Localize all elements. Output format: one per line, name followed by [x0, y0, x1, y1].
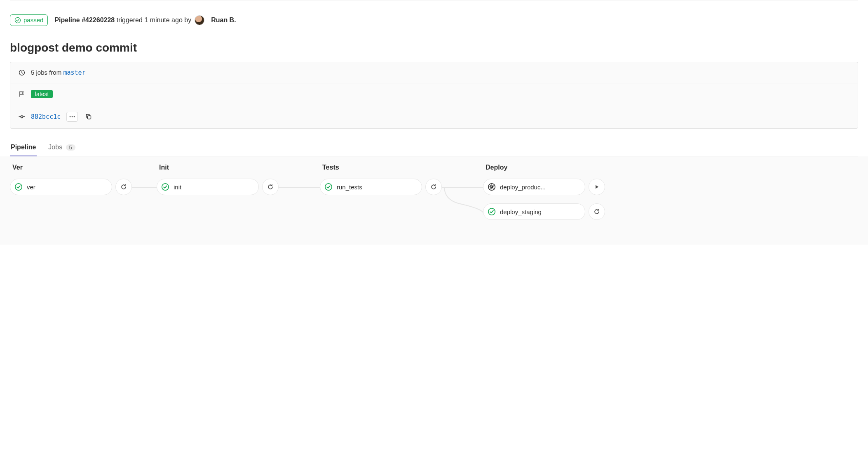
- svg-point-10: [162, 184, 169, 190]
- branch-curve-icon: [442, 187, 483, 216]
- check-circle-icon: [14, 17, 21, 24]
- svg-line-20: [490, 188, 490, 189]
- latest-tag: latest: [31, 90, 53, 98]
- clock-icon: [19, 69, 25, 76]
- svg-point-0: [15, 17, 20, 23]
- success-icon: [161, 183, 169, 191]
- job-name: init: [174, 184, 255, 191]
- success-icon: [324, 183, 333, 191]
- job-run-tests[interactable]: run_tests: [320, 179, 422, 195]
- pipeline-info-box: 5 jobs from master latest 882bcc1c: [10, 62, 858, 129]
- success-icon: [488, 208, 496, 216]
- branch-link[interactable]: master: [63, 69, 85, 76]
- stage-init: Init init: [157, 164, 279, 195]
- tag-row: latest: [10, 83, 858, 105]
- manual-icon: [488, 183, 496, 191]
- retry-icon: [267, 184, 274, 190]
- svg-point-6: [72, 116, 73, 118]
- status-label: passed: [23, 17, 43, 24]
- svg-point-7: [74, 116, 75, 118]
- retry-button[interactable]: [115, 179, 132, 195]
- stage-header: Deploy: [483, 164, 605, 171]
- stage-header: Ver: [10, 164, 132, 171]
- pipeline-trigger-line: Pipeline #42260228 triggered 1 minute ag…: [54, 15, 236, 25]
- stage-header: Init: [157, 164, 279, 171]
- retry-icon: [120, 184, 127, 190]
- user-avatar[interactable]: [195, 15, 204, 25]
- top-divider: [10, 0, 858, 0]
- pipeline-header: passed Pipeline #42260228 triggered 1 mi…: [10, 9, 858, 32]
- flag-icon: [19, 91, 25, 97]
- connector: [279, 164, 320, 220]
- job-name: deploy_staging: [500, 208, 582, 215]
- retry-button[interactable]: [589, 203, 605, 220]
- jobs-from-row: 5 jobs from master: [10, 62, 858, 83]
- job-ver[interactable]: ver: [10, 179, 112, 195]
- retry-button[interactable]: [262, 179, 279, 195]
- jobs-count-badge: 5: [66, 144, 75, 151]
- more-button[interactable]: [66, 112, 78, 122]
- commit-title: blogpost demo commit: [10, 41, 858, 54]
- stage-ver: Ver ver: [10, 164, 132, 195]
- job-init[interactable]: init: [157, 179, 259, 195]
- pipeline-graph: Ver ver: [0, 156, 868, 245]
- copy-icon: [85, 113, 92, 120]
- svg-point-11: [325, 184, 332, 190]
- svg-rect-8: [88, 116, 91, 119]
- pipeline-prefix: Pipeline: [54, 17, 82, 24]
- connector: [442, 164, 483, 220]
- svg-point-5: [70, 116, 71, 118]
- svg-line-19: [493, 188, 493, 189]
- tab-pipeline-label: Pipeline: [11, 144, 36, 151]
- svg-point-9: [15, 184, 22, 190]
- stage-tests: Tests run_tests: [320, 164, 442, 195]
- play-button[interactable]: [589, 179, 605, 195]
- svg-point-22: [491, 186, 492, 187]
- svg-line-18: [490, 185, 490, 186]
- job-name: run_tests: [337, 184, 418, 191]
- tabs: Pipeline Jobs 5: [10, 139, 858, 156]
- stage-deploy: Deploy: [483, 164, 605, 220]
- ellipsis-icon: [69, 116, 75, 118]
- jobs-count-text: 5 jobs from: [31, 69, 63, 76]
- svg-point-2: [21, 116, 23, 118]
- status-badge-passed[interactable]: passed: [10, 14, 48, 26]
- job-deploy-production[interactable]: deploy_produc...: [483, 179, 585, 195]
- job-name: deploy_produc...: [500, 184, 582, 191]
- svg-point-23: [488, 208, 495, 215]
- retry-button[interactable]: [425, 179, 442, 195]
- success-icon: [14, 183, 23, 191]
- tab-pipeline[interactable]: Pipeline: [10, 139, 37, 156]
- user-name[interactable]: Ruan B.: [211, 17, 236, 24]
- retry-icon: [594, 208, 600, 215]
- pipeline-id[interactable]: #42260228: [82, 17, 115, 24]
- connector: [132, 164, 157, 220]
- job-name: ver: [27, 184, 108, 191]
- job-deploy-staging[interactable]: deploy_staging: [483, 203, 585, 220]
- commit-icon: [19, 113, 25, 120]
- commit-row: 882bcc1c: [10, 105, 858, 128]
- svg-line-21: [493, 185, 493, 186]
- play-icon: [594, 184, 600, 190]
- stage-header: Tests: [320, 164, 442, 171]
- tab-jobs-label: Jobs: [48, 144, 62, 151]
- triggered-text: triggered 1 minute ago by: [115, 17, 191, 24]
- tab-jobs[interactable]: Jobs 5: [47, 139, 76, 156]
- retry-icon: [430, 184, 437, 190]
- copy-sha-button[interactable]: [84, 112, 94, 122]
- commit-sha-link[interactable]: 882bcc1c: [31, 113, 61, 120]
